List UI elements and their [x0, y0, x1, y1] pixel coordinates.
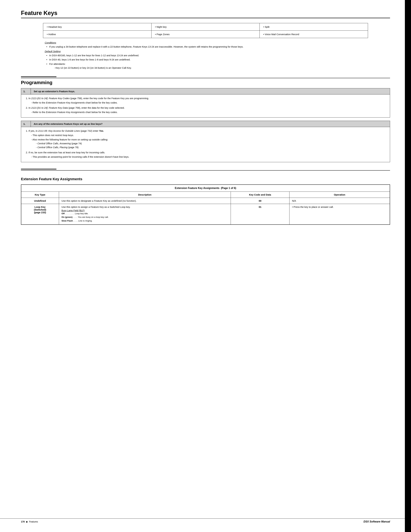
table-cell-pagezones: • Page Zones: [151, 31, 260, 38]
ext-table-col-header-row: Key Type Description Key Code and Data O…: [21, 191, 390, 198]
desc-undefined: Use this option to designate a Feature K…: [59, 198, 231, 204]
page-footer: 170 ◆ Features DSX Software Manual: [0, 518, 411, 523]
key-type-undefined: Undefined: [21, 198, 59, 204]
blf-line-on: On (green) . . . . You are busy on a loo…: [62, 215, 228, 219]
step-sub-2-1-b: Also review the following feature for mo…: [28, 138, 386, 142]
programming-table-1: 1. Set up an extension's Feature Keys. I…: [21, 88, 390, 117]
step-item-1-2: In 2121-[01 to 24]: Feature Key Data (pa…: [28, 106, 386, 114]
ext-table-row-loopkey: Loop Key(Switched)(page 233) Use this op…: [21, 204, 390, 225]
col-header-description: Description: [59, 191, 231, 198]
desc-loopkey: Use this option to assign a Feature Key …: [59, 204, 231, 225]
table-cell-hotline: • Hotline: [43, 31, 151, 38]
step-number-2: 1.: [21, 121, 31, 127]
operation-loopkey: • Press the key to place or answer call.: [289, 204, 390, 225]
blf-line-slow: Slow Flash . . . . Line is ringing.: [62, 219, 228, 223]
step-sub-2-1-a: This option does not restrict loop keys.: [28, 133, 386, 137]
table-cell-split: • Split: [260, 23, 368, 31]
blf-title: Busy Lamp Field (BLF): [62, 209, 228, 212]
ext-table-header-row: Extension Feature Key Assignments (Page …: [21, 185, 390, 192]
step-ol-1: In 2121-[01 to 24]: Feature Key Codes (p…: [25, 96, 386, 114]
step-row-2: 1. Are any of the extensions Feature Key…: [21, 121, 390, 127]
title-rule: [21, 18, 390, 18]
default-setting-item-3: For attendants: Key 12 (on 22-button) or…: [46, 62, 368, 70]
step-content-row-2: If yes, in 2111-05: Key Access for Outsi…: [21, 127, 390, 162]
step-sub-1-1: Refer to the Extension Feature Key Assig…: [28, 101, 386, 105]
code-loopkey: 01: [231, 204, 289, 225]
table-cell-headset: • Headset key: [43, 23, 151, 31]
step-sub-1-2: Refer to the Extension Feature Key Assig…: [28, 110, 386, 114]
section-rule-top: [21, 76, 56, 77]
page-title: Feature Keys: [21, 10, 390, 17]
ext-section-container: Extension Feature Key Assignments: [21, 169, 390, 181]
footer-right: DSX Software Manual: [364, 520, 390, 523]
table-cell-night: • Night key: [151, 23, 260, 31]
code-undefined: 00: [231, 198, 289, 204]
col-header-keycode: Key Code and Data: [231, 191, 289, 198]
step-sub-2-1-c: - Central Office Calls, Answering (page …: [28, 142, 386, 145]
step-item-1-1: In 2121-[01 to 24]: Feature Key Codes (p…: [28, 96, 386, 105]
ext-rule-bottom: [21, 170, 390, 171]
step-item-2-2: If no, be sure the extension has at leas…: [28, 151, 386, 159]
default-setting-heading: Default Setting: [45, 50, 368, 53]
step-ol-2: If yes, in 2111-05: Key Access for Outsi…: [25, 129, 386, 159]
conditions-list: If you unplug a 34-button telephone and …: [45, 45, 368, 49]
programming-title: Programming: [21, 80, 390, 85]
default-setting-item-2: In DSX-40, keys 1-8 are line keys for li…: [46, 58, 368, 62]
blf-section: Busy Lamp Field (BLF) Off . . . . . . . …: [62, 209, 228, 223]
key-type-loopkey: Loop Key(Switched)(page 233): [21, 204, 59, 225]
feature-keys-table: • Headset key • Night key • Split • Hotl…: [43, 23, 368, 38]
step-content-2: If yes, in 2111-05: Key Access for Outsi…: [21, 127, 390, 162]
conditions-heading: Conditions: [45, 41, 368, 44]
table-row: • Headset key • Night key • Split: [43, 23, 368, 31]
ext-rule-top: [21, 169, 56, 170]
table-row: • Hotline • Page Zones • Voice Mail Conv…: [43, 31, 368, 38]
programming-section-bar: Programming: [21, 76, 390, 85]
step-title-2: Are any of the extensions Feature Keys s…: [31, 121, 390, 127]
col-header-keytype: Key Type: [21, 191, 59, 198]
default-setting-sub: Key 12 (on 22-button) or key 24 (on 34-b…: [49, 66, 368, 70]
step-content-row-1: In 2121-[01 to 24]: Feature Key Codes (p…: [21, 94, 390, 117]
table-cell-voicemail: • Voice Mail Conversation Record: [260, 31, 368, 38]
step-number-1: 1.: [21, 88, 31, 94]
section-rule-bottom: [21, 78, 390, 78]
step-row-1: 1. Set up an extension's Feature Keys.: [21, 88, 390, 94]
ext-table-row-undefined: Undefined Use this option to designate a…: [21, 198, 390, 204]
step-sub-2-2: This provides an answering point for inc…: [28, 155, 386, 159]
ext-section-title: Extension Feature Key Assignments: [21, 177, 390, 181]
right-edge-bar: [405, 0, 411, 532]
blf-line-off: Off . . . . . . . . Loop key idle.: [62, 212, 228, 216]
col-header-operation: Operation: [289, 191, 390, 198]
step-item-2-1: If yes, in 2111-05: Key Access for Outsi…: [28, 129, 386, 149]
ext-assignments-table: Extension Feature Key Assignments (Page …: [21, 184, 390, 225]
programming-table-2: 1. Are any of the extensions Feature Key…: [21, 121, 390, 162]
step-sub-2-1-d: - Central Office Calls, Placing (page 78…: [28, 145, 386, 149]
default-setting-item-1: In DSX-80/160, keys 1-12 are line keys f…: [46, 54, 368, 57]
default-setting-list: In DSX-80/160, keys 1-12 are line keys f…: [45, 54, 368, 70]
conditions-item: If you unplug a 34-button telephone and …: [46, 45, 368, 49]
conditions-section: Conditions If you unplug a 34-button tel…: [43, 41, 368, 70]
operation-undefined: N/A: [289, 198, 390, 204]
step-title-1: Set up an extension's Feature Keys.: [31, 88, 390, 94]
footer-left: 170 ◆ Features: [21, 520, 38, 523]
ext-table-main-header: Extension Feature Key Assignments (Page …: [21, 185, 390, 192]
step-content-1: In 2121-[01 to 24]: Feature Key Codes (p…: [21, 94, 390, 117]
